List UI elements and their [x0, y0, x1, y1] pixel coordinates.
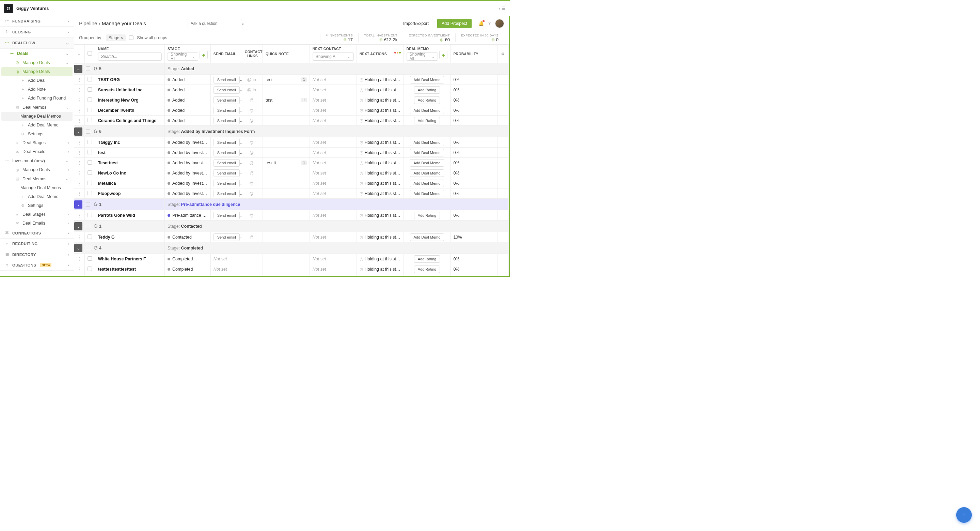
nav-inv-deal-emails[interactable]: ✉Deal Emails›: [0, 219, 74, 228]
next-actions-cell[interactable]: ◷Holding at this sta...: [356, 210, 404, 220]
drag-handle-icon[interactable]: ⋮: [77, 235, 82, 239]
at-icon[interactable]: @: [249, 235, 254, 239]
table-row[interactable]: ⋮NewLo Co IncAdded by Investm...Send ema…: [74, 168, 509, 178]
next-contact-cell[interactable]: Not set: [310, 75, 356, 85]
next-actions-cell[interactable]: ◷Holding at this sta...: [356, 75, 404, 85]
next-contact-cell[interactable]: Not set: [310, 105, 356, 116]
deal-name-cell[interactable]: Floopwoop: [95, 188, 164, 199]
stage-cell[interactable]: Completed: [164, 254, 210, 264]
stage-cell[interactable]: Added: [164, 105, 210, 116]
workspace-logo[interactable]: G: [4, 4, 13, 13]
stage-cell[interactable]: Completed: [164, 274, 210, 276]
nav-manage-deals-active[interactable]: ◎Manage Deals: [2, 67, 73, 76]
add-deal-memo-button[interactable]: Add Deal Memo: [410, 169, 444, 177]
at-icon[interactable]: @: [249, 118, 254, 123]
drag-handle-icon[interactable]: ⋮: [77, 77, 82, 82]
group-checkbox[interactable]: [86, 67, 90, 71]
nav-deal-memos[interactable]: ▤Deal Memos⌄: [0, 103, 74, 112]
next-actions-cell[interactable]: ◷Holding at this sta...: [356, 158, 404, 168]
nav-deals[interactable]: 〰Deals⌄: [0, 49, 74, 58]
table-row[interactable]: ⋮Parrots Gone WildPre-admittance du...Se…: [74, 210, 509, 220]
next-contact-cell[interactable]: Not set: [310, 95, 356, 105]
stage-cell[interactable]: Added by Investm...: [164, 168, 210, 178]
add-deal-memo-button[interactable]: Add Deal Memo: [410, 190, 444, 197]
deal-name-cell[interactable]: Sunsets Unlimited Inc.: [95, 85, 164, 95]
table-row[interactable]: ⋮Rat PackCompletedSend email@Not set◷Hol…: [74, 274, 509, 276]
nav-inv-manage-deals[interactable]: ◎Manage Deals›: [0, 165, 74, 174]
at-icon[interactable]: @: [247, 88, 251, 92]
row-checkbox[interactable]: [88, 213, 92, 217]
group-checkbox[interactable]: [86, 129, 90, 134]
drag-handle-icon[interactable]: ⋮: [77, 267, 82, 272]
close-icon[interactable]: ×: [121, 35, 123, 40]
import-export-button[interactable]: Import/Export: [399, 19, 433, 28]
add-deal-memo-button[interactable]: Add Deal Memo: [410, 233, 444, 241]
help-icon[interactable]: ？: [487, 21, 492, 27]
add-deal-memo-button[interactable]: Add Deal Memo: [410, 180, 444, 187]
next-contact-cell[interactable]: Not set: [310, 148, 356, 158]
select-all-checkbox[interactable]: [88, 51, 92, 56]
drag-handle-icon[interactable]: ⋮: [77, 108, 82, 113]
nav-closing[interactable]: ⚐CLOSING›: [0, 27, 74, 37]
row-checkbox[interactable]: [88, 256, 92, 261]
send-email-button[interactable]: Send email: [213, 233, 240, 241]
next-actions-cell[interactable]: ◷Holding at this sta...: [356, 85, 404, 95]
quick-note-cell[interactable]: test1: [262, 95, 310, 105]
nav-questions[interactable]: ?QUESTIONSBETA›: [0, 260, 74, 271]
stage-cell[interactable]: Pre-admittance du...: [164, 210, 210, 220]
stage-cell[interactable]: Added: [164, 116, 210, 126]
nav-inv-deal-stages[interactable]: ≡Deal Stages›: [0, 210, 74, 219]
nav-inv-manage-memos[interactable]: Manage Deal Memos: [0, 183, 74, 192]
drag-handle-icon[interactable]: ⋮: [77, 98, 82, 103]
linkedin-icon[interactable]: in: [253, 88, 256, 92]
next-actions-cell[interactable]: ◷Holding at this sta...: [356, 148, 404, 158]
nav-inv-add-memo[interactable]: +Add Deal Memo: [0, 192, 74, 201]
table-row[interactable]: ⋮TEST ORGAddedSend email@intest1Not set◷…: [74, 75, 509, 85]
search-input[interactable]: ⌕: [188, 19, 242, 28]
next-actions-cell[interactable]: ◷Holding at this sta...: [356, 116, 404, 126]
gear-icon[interactable]: ⚙: [501, 52, 504, 56]
send-email-button[interactable]: Send email: [213, 96, 240, 104]
nav-investment[interactable]: 〰Investment (new)⌄: [0, 156, 74, 165]
deal-name-cell[interactable]: NewLo Co Inc: [95, 168, 164, 178]
group-checkbox[interactable]: [86, 202, 90, 207]
next-actions-cell[interactable]: ◷Holding at this sta...: [356, 232, 404, 242]
nav-inv-settings[interactable]: ⚙Settings: [0, 201, 74, 210]
at-icon[interactable]: @: [249, 161, 254, 165]
linkedin-icon[interactable]: in: [253, 77, 256, 82]
memo-filter-dropdown[interactable]: Showing All⌄: [407, 53, 438, 61]
nav-add-deal-memo[interactable]: +Add Deal Memo: [0, 121, 74, 129]
send-email-button[interactable]: Send email: [213, 107, 240, 114]
table-row[interactable]: ⋮White House Partners FCompletedNot setN…: [74, 254, 509, 264]
send-email-button[interactable]: Send email: [213, 139, 240, 146]
nav-directory[interactable]: ▦DIRECTORY›: [0, 249, 74, 260]
stage-filter-dropdown[interactable]: Showing All⌄: [167, 53, 198, 61]
at-icon[interactable]: @: [249, 98, 254, 103]
add-rating-button[interactable]: Add Rating: [414, 255, 440, 263]
at-icon[interactable]: @: [249, 181, 254, 186]
send-email-button[interactable]: Send email: [213, 276, 240, 276]
next-contact-cell[interactable]: Not set: [310, 168, 356, 178]
drag-handle-icon[interactable]: ⋮: [77, 181, 82, 186]
row-checkbox[interactable]: [88, 266, 92, 271]
drag-handle-icon[interactable]: ⋮: [77, 140, 82, 145]
nav-add-deal[interactable]: +Add Deal: [0, 76, 74, 85]
row-checkbox[interactable]: [88, 181, 92, 185]
next-contact-cell[interactable]: Not set: [310, 188, 356, 199]
at-icon[interactable]: @: [249, 140, 254, 145]
drag-handle-icon[interactable]: ⋮: [77, 161, 82, 165]
next-actions-cell[interactable]: ◷Holding at this sta...: [356, 188, 404, 199]
stage-cell[interactable]: Added: [164, 75, 210, 85]
row-checkbox[interactable]: [88, 97, 92, 102]
nav-manage-deals[interactable]: ◎Manage Deals⌄: [0, 58, 74, 67]
add-rating-button[interactable]: Add Rating: [414, 86, 440, 94]
at-icon[interactable]: @: [249, 108, 254, 113]
send-email-button[interactable]: Send email: [213, 212, 240, 219]
deal-name-cell[interactable]: Teddy G: [95, 232, 164, 242]
row-checkbox[interactable]: [88, 191, 92, 195]
row-checkbox[interactable]: [88, 234, 92, 239]
next-actions-cell[interactable]: ◷Holding at this sta...: [356, 137, 404, 148]
deal-name-cell[interactable]: Interesting New Org: [95, 95, 164, 105]
send-email-button[interactable]: Send email: [213, 117, 240, 124]
add-rating-button[interactable]: Add Rating: [414, 117, 440, 124]
